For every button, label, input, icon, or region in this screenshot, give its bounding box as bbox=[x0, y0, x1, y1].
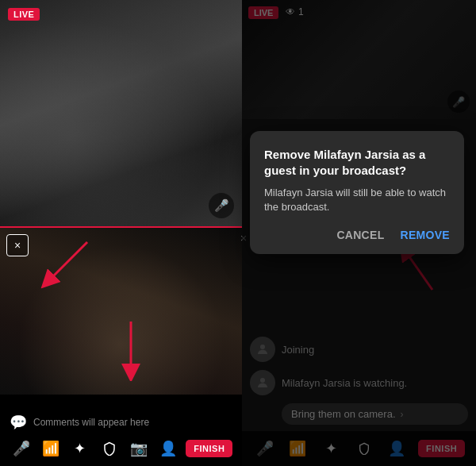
remove-button[interactable]: REMOVE bbox=[401, 229, 450, 241]
finish-button-left[interactable]: FINISH bbox=[186, 440, 232, 457]
mic-toolbar-icon-left[interactable]: 🎤 bbox=[10, 437, 33, 460]
left-toolbar: 🎤 📶 ✦ 📷 👤 FINISH bbox=[0, 431, 242, 466]
remove-guest-dialog: Remove Milafayn Jarsia as a guest in you… bbox=[250, 131, 464, 254]
close-guest-button[interactable]: × bbox=[6, 234, 29, 256]
left-panel: LIVE 🎤 × 💬 Comments will appear here 🎤 📶… bbox=[0, 0, 242, 466]
comment-icon: 💬 bbox=[10, 414, 27, 431]
dialog-title: Remove Milafayn Jarsia as a guest in you… bbox=[264, 147, 450, 178]
bottom-video-container: × 💬 Comments will appear here 🎤 📶 ✦ 📷 👤 … bbox=[0, 226, 242, 466]
close-icon: × bbox=[14, 239, 21, 252]
person-toolbar-icon-left[interactable]: 👤 bbox=[156, 437, 180, 460]
dialog-message: Milafayn Jarsia will still be able to wa… bbox=[264, 186, 450, 214]
shield-toolbar-icon-left[interactable] bbox=[98, 437, 121, 460]
cancel-button[interactable]: CANCEL bbox=[336, 229, 384, 241]
comments-bar: 💬 Comments will appear here bbox=[0, 414, 242, 431]
effects-toolbar-icon-left[interactable]: ✦ bbox=[68, 437, 92, 460]
comments-placeholder-text: Comments will appear here bbox=[33, 417, 149, 428]
guest-video-feed: × bbox=[0, 228, 242, 395]
camera-toolbar-icon-left[interactable]: 📷 bbox=[127, 437, 151, 460]
mic-button-top[interactable]: 🎤 bbox=[209, 193, 234, 218]
dialog-actions: CANCEL REMOVE bbox=[264, 229, 450, 241]
top-video-feed: LIVE 🎤 bbox=[0, 0, 242, 226]
bars-toolbar-icon-left[interactable]: 📶 bbox=[39, 437, 63, 460]
live-badge-left: LIVE bbox=[8, 8, 40, 21]
